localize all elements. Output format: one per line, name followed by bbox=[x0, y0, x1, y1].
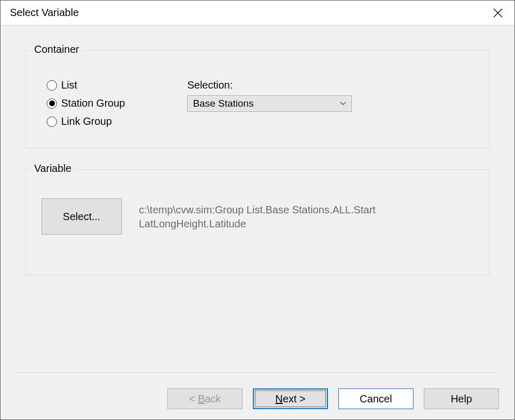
close-button[interactable] bbox=[490, 5, 506, 21]
container-radio-group: List Station Group Link Group bbox=[47, 79, 125, 127]
variable-groupbox: Variable Select... c:\temp\cvw.sim:Group… bbox=[25, 169, 490, 276]
radio-icon bbox=[47, 117, 57, 127]
back-button-label: < Back bbox=[189, 393, 221, 405]
container-content: List Station Group Link Group Selection:… bbox=[47, 79, 468, 127]
radio-station-group-label: Station Group bbox=[61, 97, 125, 109]
selection-column: Selection: Base Stations bbox=[187, 79, 468, 127]
chevron-down-icon bbox=[340, 102, 346, 106]
variable-path-display: c:\temp\cvw.sim:Group List.Base Stations… bbox=[132, 198, 474, 236]
select-variable-button[interactable]: Select... bbox=[41, 198, 122, 235]
dialog-footer: < Back Next > Cancel Help bbox=[16, 372, 499, 409]
variable-legend: Variable bbox=[31, 163, 75, 175]
radio-link-group-label: Link Group bbox=[61, 115, 112, 127]
radio-icon bbox=[47, 80, 57, 91]
next-button[interactable]: Next > bbox=[253, 388, 328, 409]
selection-dropdown-value: Base Stations bbox=[193, 98, 253, 109]
radio-icon bbox=[47, 98, 57, 109]
radio-list[interactable]: List bbox=[47, 79, 125, 91]
dialog-title: Select Variable bbox=[10, 7, 79, 19]
help-button[interactable]: Help bbox=[424, 388, 499, 409]
radio-station-group[interactable]: Station Group bbox=[47, 97, 125, 109]
close-icon bbox=[493, 8, 503, 18]
dialog-content: Container List Station Group Link Group bbox=[1, 25, 514, 276]
back-button: < Back bbox=[167, 388, 242, 409]
radio-link-group[interactable]: Link Group bbox=[47, 115, 125, 127]
variable-row: Select... c:\temp\cvw.sim:Group List.Bas… bbox=[41, 198, 474, 236]
next-button-label: Next > bbox=[275, 393, 305, 405]
titlebar: Select Variable bbox=[1, 1, 514, 25]
container-legend: Container bbox=[31, 44, 82, 55]
radio-list-label: List bbox=[61, 79, 77, 91]
container-groupbox: Container List Station Group Link Group bbox=[25, 50, 490, 149]
cancel-button[interactable]: Cancel bbox=[338, 388, 413, 409]
help-button-label: Help bbox=[451, 393, 472, 405]
selection-dropdown[interactable]: Base Stations bbox=[187, 95, 352, 112]
select-variable-dialog: Select Variable Container List Station bbox=[0, 0, 515, 420]
footer-separator bbox=[16, 372, 499, 373]
wizard-button-row: < Back Next > Cancel Help bbox=[16, 388, 499, 409]
selection-label: Selection: bbox=[187, 79, 468, 91]
cancel-button-label: Cancel bbox=[360, 393, 392, 405]
